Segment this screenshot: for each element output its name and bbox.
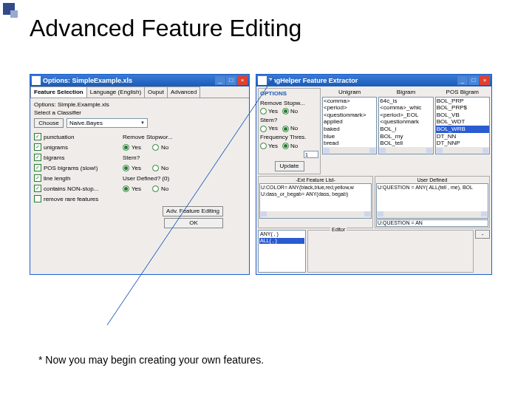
list-item[interactable]: BOL_VB xyxy=(436,112,489,119)
titlebar[interactable]: Options: SimpleExample.xls _ □ × xyxy=(30,75,249,86)
user-defined-panel: User Defined U:QUESTION = ANY( ALL(tell … xyxy=(375,176,490,228)
list-item[interactable]: 64c_is xyxy=(379,98,432,105)
list-item[interactable]: DT_NNP xyxy=(436,140,489,147)
titlebar[interactable]: TagHelper Feature Extractor _ □ × xyxy=(256,75,491,86)
list-item[interactable]: BOL_PRP$ xyxy=(436,104,489,112)
pos-bigram-list[interactable]: BOL_PRPBOL_PRP$BOL_VBBOL_WDTBOL_WRBDT_NN… xyxy=(435,97,490,154)
tab-output[interactable]: Ouput xyxy=(144,86,168,98)
bigram-list[interactable]: 64c_is<comma>_whic<period>_EOL<questionm… xyxy=(378,97,433,154)
feature-checkbox[interactable]: ✓ xyxy=(34,143,41,151)
feature-checkbox[interactable]: ✓ xyxy=(34,133,41,140)
list-item[interactable]: BOL_my xyxy=(379,133,432,140)
scroll-left-icon[interactable] xyxy=(378,211,383,216)
list-item[interactable]: DT_NN xyxy=(436,133,489,140)
yes-radio[interactable] xyxy=(123,165,129,171)
list-item[interactable]: BOL_PRP xyxy=(436,98,489,105)
maximize-button[interactable]: □ xyxy=(226,76,236,85)
scroll-left-icon[interactable] xyxy=(261,211,267,216)
list-item[interactable]: ANY( , ) xyxy=(259,231,304,237)
unigram-header: Unigram xyxy=(322,88,377,97)
yes-label: Yes xyxy=(268,143,278,150)
list-item[interactable]: BOL_i xyxy=(379,126,432,133)
user-defined-input[interactable]: U:QUESTION = AN xyxy=(376,219,488,227)
list-item[interactable]: <questionmark> xyxy=(323,112,376,119)
no-radio[interactable] xyxy=(152,165,159,171)
feature-checkbox[interactable]: ✓ xyxy=(34,154,41,161)
feature-extractor-window: TagHelper Feature Extractor _ □ × OPTION… xyxy=(256,74,492,275)
pos-bigram-header: POS Bigram xyxy=(435,88,490,97)
scroll-left-icon[interactable] xyxy=(437,148,443,153)
tab-language[interactable]: Language (English) xyxy=(86,86,145,98)
yes-radio[interactable] xyxy=(123,185,129,192)
list-item[interactable]: <comma>_whic xyxy=(379,104,432,112)
any-all-list[interactable]: ANY( , )ALL( , ) xyxy=(258,230,306,273)
list-item[interactable]: U:dass_or_begab= ANY(dass, begab) xyxy=(261,191,370,197)
yes-label: Yes xyxy=(132,185,141,193)
minimize-button[interactable]: _ xyxy=(215,76,225,85)
no-radio[interactable] xyxy=(282,126,289,132)
no-radio[interactable] xyxy=(282,108,289,115)
window-title: TagHelper Feature Extractor xyxy=(269,77,457,85)
minimize-button[interactable]: _ xyxy=(457,76,468,85)
tab-advanced[interactable]: Advanced xyxy=(167,86,201,98)
yes-radio[interactable] xyxy=(260,108,267,115)
scroll-left-icon[interactable] xyxy=(324,148,330,153)
no-radio[interactable] xyxy=(282,143,289,149)
list-item[interactable]: <questionmark xyxy=(379,118,432,126)
no-radio[interactable] xyxy=(152,185,159,192)
list-item[interactable]: BOL_WDT xyxy=(436,118,489,126)
update-button[interactable]: Update xyxy=(275,161,304,171)
list-item[interactable]: <period> xyxy=(323,104,376,112)
list-item[interactable]: U:COLOR= ANY(black,blue,red,yellow,w xyxy=(261,185,370,191)
threshold-input[interactable] xyxy=(304,151,318,158)
no-label: No xyxy=(161,144,168,151)
tab-feature-selection[interactable]: Feature Selection xyxy=(30,86,87,98)
scroll-right-icon[interactable] xyxy=(369,148,375,153)
scroll-left-icon[interactable] xyxy=(380,148,386,153)
yes-radio[interactable] xyxy=(260,126,267,132)
list-item[interactable]: <comma> xyxy=(323,98,376,105)
list-item[interactable]: applied xyxy=(323,118,376,126)
user-defined-list[interactable]: U:QUESTION = ANY( ALL(tell , me), BOL xyxy=(376,183,488,219)
list-item[interactable]: baked xyxy=(323,126,376,133)
close-button[interactable]: × xyxy=(237,76,248,85)
option-label: Remove Stopw... xyxy=(260,100,318,107)
no-label: No xyxy=(290,125,298,132)
option-label: Remove Stopwor... xyxy=(123,134,173,141)
feature-checkbox[interactable]: ✓ xyxy=(34,164,41,171)
yes-radio[interactable] xyxy=(123,144,129,151)
ok-button[interactable]: OK xyxy=(164,218,223,228)
ext-feature-panel: -Ext Feature List- U:COLOR= ANY(black,bl… xyxy=(258,176,373,228)
list-item[interactable]: ALL( , ) xyxy=(259,238,304,244)
feature-checkbox[interactable]: ✓ xyxy=(34,174,41,182)
yes-label: Yes xyxy=(268,108,278,115)
list-item[interactable]: BOL_tell xyxy=(379,140,432,147)
list-item[interactable]: <period>_EOL xyxy=(379,112,432,119)
classifier-dropdown[interactable]: Naive.Bayes▼ xyxy=(66,118,148,129)
list-item[interactable]: BOL_WRB xyxy=(436,126,489,133)
list-item[interactable]: bread xyxy=(323,140,376,147)
scroll-right-icon[interactable] xyxy=(482,148,488,153)
yes-label: Yes xyxy=(132,165,141,172)
scroll-right-icon[interactable] xyxy=(426,148,432,153)
scroll-right-icon[interactable] xyxy=(481,211,487,216)
feature-checkbox[interactable]: ✓ xyxy=(34,185,41,192)
list-item[interactable]: U:QUESTION = ANY( ALL(tell , me), BOL xyxy=(378,185,487,191)
app-icon xyxy=(32,76,41,85)
close-button[interactable]: × xyxy=(480,76,490,85)
choose-button[interactable]: Choose xyxy=(34,118,64,129)
scroll-right-icon[interactable] xyxy=(364,211,370,216)
feature-label: remove rare features xyxy=(44,196,98,203)
maximize-button[interactable]: □ xyxy=(468,76,479,85)
unigram-list[interactable]: <comma><period><questionmark>appliedbake… xyxy=(322,97,377,154)
options-panel: OPTIONS Remove Stopw...YesNoStem?YesNoFr… xyxy=(258,88,321,174)
ext-feature-list[interactable]: U:COLOR= ANY(black,blue,red,yellow,wU:da… xyxy=(259,183,372,219)
no-radio[interactable] xyxy=(152,144,159,151)
feature-checkbox[interactable] xyxy=(34,195,41,202)
list-item[interactable]: blue xyxy=(323,133,376,140)
adv-feature-editing-button[interactable]: Adv. Feature Editing xyxy=(163,206,223,216)
editor-remove-button[interactable]: - xyxy=(475,230,490,239)
yes-radio[interactable] xyxy=(260,143,267,149)
options-subtitle: Options: Simple.Example.xls xyxy=(34,100,245,109)
options-header: OPTIONS xyxy=(260,90,318,98)
